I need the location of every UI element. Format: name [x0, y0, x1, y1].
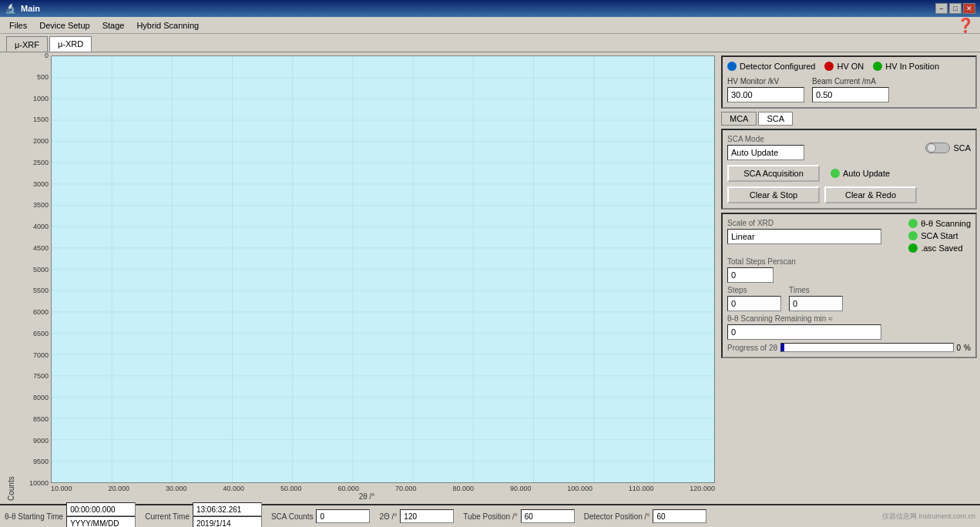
xrd-right-1: θ-θ Scanning SCA Start .asc Saved: [908, 219, 971, 253]
toggle-switch[interactable]: [925, 143, 950, 153]
theta-start-value-group: [66, 502, 136, 527]
hv-on-indicator: HV ON: [824, 62, 864, 71]
asc-saved-indicator: .asc Saved: [908, 243, 971, 253]
hv-in-position-label: HV In Position: [885, 62, 939, 71]
tube-position-label: Tube Position /°: [463, 512, 517, 521]
y-axis-label: Counts: [3, 55, 18, 501]
status-panel: Detector Configured HV ON HV In Position…: [721, 55, 977, 109]
x-tick-50: 50.000: [280, 485, 302, 492]
sca-label: SCA: [953, 143, 971, 153]
sca-mode-row: SCA Mode SCA: [727, 135, 971, 160]
menu-device-setup[interactable]: Device Setup: [33, 19, 96, 32]
auto-update-label: Auto Update: [843, 169, 890, 178]
two-theta-input[interactable]: [400, 509, 454, 523]
current-time-value-group: [193, 502, 262, 527]
detector-configured-dot: [727, 62, 737, 71]
tab-uxrd[interactable]: μ-XRD: [49, 36, 92, 52]
minimize-button[interactable]: −: [935, 3, 948, 14]
x-tick-60: 60.000: [337, 485, 359, 492]
chart-wrapper: 10000 9500 9000 8500 8000 7500 7000 6500…: [18, 55, 715, 501]
tab-uxrf[interactable]: μ-XRF: [6, 36, 48, 52]
total-steps-label: Total Steps Perscan: [727, 257, 971, 266]
x-tick-40: 40.000: [223, 485, 244, 492]
sca-acquisition-button[interactable]: SCA Acquisition: [727, 165, 820, 182]
window-title: Main: [21, 4, 40, 13]
steps-input[interactable]: [727, 296, 781, 311]
x-tick-90: 90.000: [510, 485, 532, 492]
menu-stage[interactable]: Stage: [96, 19, 131, 32]
hv-monitor-input[interactable]: [727, 87, 804, 102]
title-bar: 🔬 Main − □ ✕: [0, 0, 980, 17]
clear-redo-button[interactable]: Clear & Redo: [824, 186, 917, 203]
sca-counts-field: SCA Counts: [271, 509, 370, 523]
beam-current-input[interactable]: [812, 87, 889, 102]
times-input[interactable]: [789, 296, 843, 311]
progress-pct: 0: [957, 344, 962, 352]
sca-mode-label: SCA Mode: [727, 135, 804, 143]
steps-group: Steps: [727, 286, 781, 311]
x-tick-30: 30.000: [166, 485, 187, 492]
x-tick-110: 110.000: [629, 485, 654, 492]
current-time-input[interactable]: [193, 502, 262, 516]
menu-hybrid-scanning[interactable]: Hybrid Scanning: [130, 19, 205, 32]
tab-sca[interactable]: SCA: [758, 112, 793, 126]
sca-start-dot: [908, 231, 918, 240]
sca-counts-label: SCA Counts: [271, 512, 313, 521]
chart-plot[interactable]: [51, 55, 715, 483]
clear-stop-button[interactable]: Clear & Stop: [727, 186, 820, 203]
xrd-row-1: Scale of XRD θ-θ Scanning SCA Start .asc: [727, 219, 971, 253]
xrd-panel: Scale of XRD θ-θ Scanning SCA Start .asc: [721, 213, 977, 358]
hv-monitor-label: HV Monitor /kV: [727, 77, 804, 86]
x-axis-title: 2θ /°: [18, 492, 715, 501]
asc-saved-dot: [908, 243, 918, 253]
scale-xrd-input[interactable]: [727, 229, 881, 244]
asc-saved-label: .asc Saved: [921, 243, 962, 253]
remaining-input[interactable]: [727, 324, 881, 340]
current-time-field: Current Time: [145, 502, 262, 527]
sca-counts-input[interactable]: [316, 509, 370, 523]
times-label: Times: [789, 286, 843, 294]
panel-tabs-container: MCA SCA SCA Mode SCA: [721, 112, 977, 210]
total-steps-group: Total Steps Perscan: [727, 257, 971, 283]
x-tick-100: 100.000: [567, 485, 592, 492]
maximize-button[interactable]: □: [949, 3, 962, 14]
sca-toggle[interactable]: SCA: [925, 143, 971, 153]
tab-mca[interactable]: MCA: [721, 112, 757, 126]
tube-position-input[interactable]: [521, 509, 575, 523]
detector-position-input[interactable]: [653, 509, 706, 523]
help-icon[interactable]: ❓: [957, 18, 974, 33]
hv-on-label: HV ON: [837, 62, 864, 71]
total-steps-input[interactable]: [727, 267, 774, 283]
auto-update-row: SCA Acquisition Auto Update: [727, 165, 971, 182]
x-tick-20: 20.000: [108, 485, 129, 492]
progress-unit: %: [964, 344, 971, 352]
detector-configured-label: Detector Configured: [740, 62, 815, 71]
field-row: HV Monitor /kV Beam Current /mA: [727, 77, 971, 102]
current-time-label: Current Time: [145, 512, 190, 521]
theta-start-time-input[interactable]: [66, 502, 136, 516]
current-date-input[interactable]: [193, 516, 262, 527]
theta-start-label: θ-θ Starting Time: [5, 512, 63, 521]
progress-bar: [780, 343, 953, 352]
chart-grid-svg: [52, 56, 714, 482]
theta-scanning-dot: [908, 219, 918, 228]
menu-bar: Files Device Setup Stage Hybrid Scanning…: [0, 17, 980, 34]
close-button[interactable]: ✕: [963, 3, 975, 14]
watermark: 仪器信息网 instrument.com.cn: [882, 512, 975, 522]
panel-tabs-row: MCA SCA: [721, 112, 977, 126]
btn-row: Clear & Stop Clear & Redo: [727, 186, 971, 203]
theta-theta-scanning-indicator: θ-θ Scanning: [908, 219, 971, 228]
bottom-bar: θ-θ Starting Time Current Time SCA Count…: [0, 504, 980, 527]
two-theta-field: 2Θ /°: [379, 509, 454, 523]
scale-xrd-label: Scale of XRD: [727, 219, 901, 227]
x-axis-labels: 10.000 20.000 30.000 40.000 50.000 60.00…: [18, 483, 715, 492]
auto-update-dot: [831, 169, 840, 178]
theta-start-date-input[interactable]: [66, 516, 136, 527]
x-tick-70: 70.000: [395, 485, 417, 492]
sca-mode-input[interactable]: [727, 145, 804, 160]
hv-monitor-group: HV Monitor /kV: [727, 77, 804, 102]
x-tick-80: 80.000: [452, 485, 474, 492]
menu-files[interactable]: Files: [3, 19, 33, 32]
steps-times-row: Steps Times: [727, 286, 971, 311]
hv-in-position-indicator: HV In Position: [873, 62, 939, 71]
